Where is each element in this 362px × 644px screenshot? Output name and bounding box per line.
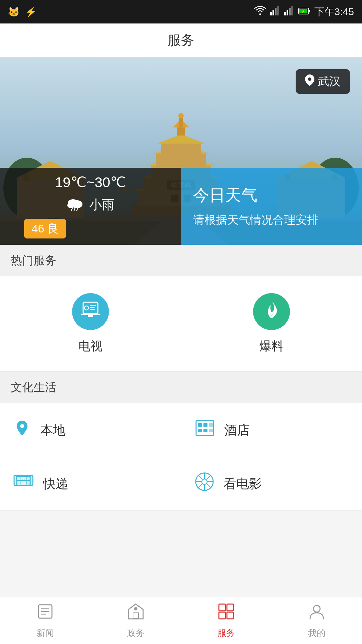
services-nav-icon bbox=[218, 603, 235, 624]
svg-point-96 bbox=[134, 607, 137, 610]
svg-rect-39 bbox=[156, 154, 206, 167]
government-nav-label: 政务 bbox=[127, 627, 144, 639]
explosive-icon-circle bbox=[253, 293, 290, 330]
signal-icon bbox=[270, 6, 280, 18]
android-icon: 🐱 bbox=[8, 6, 20, 17]
signal2-icon bbox=[284, 6, 294, 18]
service-item-tv[interactable]: 电视 bbox=[0, 276, 181, 371]
svg-rect-64 bbox=[90, 309, 95, 310]
svg-rect-6 bbox=[287, 10, 288, 15]
battery-icon: ⚡ bbox=[298, 6, 310, 17]
svg-rect-67 bbox=[196, 421, 214, 435]
svg-rect-97 bbox=[133, 613, 138, 618]
svg-rect-75 bbox=[14, 475, 20, 485]
svg-point-102 bbox=[313, 605, 320, 612]
local-label: 本地 bbox=[40, 422, 66, 439]
culture-section-header: 文化生活 bbox=[0, 372, 362, 403]
svg-rect-68 bbox=[198, 423, 202, 427]
svg-rect-59 bbox=[81, 314, 100, 315]
svg-rect-73 bbox=[209, 429, 213, 432]
svg-line-57 bbox=[77, 208, 78, 211]
svg-rect-43 bbox=[177, 127, 185, 136]
tv-label: 电视 bbox=[78, 338, 103, 355]
nav-item-services[interactable]: 服务 bbox=[181, 597, 272, 644]
svg-rect-8 bbox=[291, 6, 293, 15]
movie-label: 看电影 bbox=[224, 475, 262, 492]
svg-rect-99 bbox=[227, 604, 234, 611]
svg-rect-60 bbox=[88, 315, 93, 317]
svg-text:⚡: ⚡ bbox=[301, 9, 305, 13]
temperature-range: 19℃~30℃ bbox=[12, 174, 169, 191]
svg-line-86 bbox=[198, 475, 202, 479]
government-nav-icon bbox=[127, 603, 144, 624]
culture-row-1: 本地 酒店 bbox=[0, 403, 362, 457]
svg-rect-5 bbox=[284, 12, 286, 15]
svg-rect-7 bbox=[289, 8, 291, 15]
nav-item-profile[interactable]: 我的 bbox=[272, 597, 362, 644]
svg-rect-62 bbox=[90, 305, 96, 306]
culture-item-local[interactable]: 本地 bbox=[0, 403, 181, 457]
svg-line-89 bbox=[198, 484, 202, 488]
location-pin-icon bbox=[305, 74, 314, 89]
status-bar: 🐱 ⚡ bbox=[0, 0, 362, 23]
aqi-badge: 46 良 bbox=[24, 219, 66, 238]
svg-line-87 bbox=[207, 484, 211, 488]
location-badge[interactable]: 武汉 bbox=[296, 69, 350, 94]
status-bar-right: ⚡ 下午3:45 bbox=[254, 5, 354, 19]
svg-rect-100 bbox=[219, 612, 226, 619]
svg-point-61 bbox=[84, 306, 88, 310]
weather-overlay: 19℃~30℃ 小雨 46 良 今日天气 请根据天气情况合理安排 bbox=[0, 168, 362, 245]
culture-item-movie[interactable]: 看电影 bbox=[181, 457, 362, 510]
svg-point-46 bbox=[178, 113, 184, 118]
svg-point-66 bbox=[20, 424, 24, 428]
svg-rect-4 bbox=[277, 6, 279, 15]
weather-right-panel: 今日天气 请根据天气情况合理安排 bbox=[181, 168, 362, 245]
hotel-icon bbox=[195, 419, 215, 441]
svg-rect-41 bbox=[161, 144, 201, 155]
weather-banner: 楼黄鹤 武汉 19℃~30℃ bbox=[0, 57, 362, 245]
svg-rect-70 bbox=[209, 423, 213, 427]
app-header: 服务 bbox=[0, 23, 362, 57]
today-weather-desc: 请根据天气情况合理安排 bbox=[193, 211, 350, 228]
weather-left-panel: 19℃~30℃ 小雨 46 良 bbox=[0, 168, 181, 245]
svg-rect-98 bbox=[219, 604, 226, 611]
explosive-label: 爆料 bbox=[259, 338, 284, 355]
weather-condition-text: 小雨 bbox=[89, 196, 115, 213]
svg-rect-1 bbox=[270, 12, 272, 15]
profile-nav-icon bbox=[308, 603, 325, 624]
time-display: 下午3:45 bbox=[314, 5, 354, 19]
svg-rect-72 bbox=[203, 429, 207, 432]
svg-point-51 bbox=[308, 77, 311, 81]
weather-condition: 小雨 bbox=[12, 196, 169, 214]
tv-icon bbox=[80, 301, 101, 322]
svg-rect-2 bbox=[273, 10, 274, 15]
service-item-explosive[interactable]: 爆料 bbox=[181, 276, 362, 371]
tv-icon-circle bbox=[72, 293, 109, 330]
svg-line-56 bbox=[74, 208, 75, 211]
culture-item-hotel[interactable]: 酒店 bbox=[181, 403, 362, 457]
svg-point-81 bbox=[202, 479, 207, 484]
news-nav-icon bbox=[37, 603, 54, 624]
delivery-icon bbox=[13, 473, 34, 494]
svg-rect-101 bbox=[227, 612, 234, 619]
services-nav-label: 服务 bbox=[218, 627, 235, 639]
delivery-label: 快递 bbox=[43, 475, 68, 492]
wifi-icon bbox=[254, 6, 266, 18]
svg-rect-3 bbox=[275, 8, 277, 15]
svg-marker-94 bbox=[128, 604, 143, 619]
usb-icon: ⚡ bbox=[25, 6, 37, 17]
nav-item-news[interactable]: 新闻 bbox=[0, 597, 90, 644]
page-title: 服务 bbox=[168, 31, 194, 49]
svg-point-54 bbox=[67, 202, 75, 208]
svg-rect-77 bbox=[27, 475, 33, 485]
culture-grid: 本地 酒店 bbox=[0, 403, 362, 511]
hot-services-header: 热门服务 bbox=[0, 245, 362, 276]
culture-row-2: 快递 看电影 bbox=[0, 457, 362, 511]
today-weather-title: 今日天气 bbox=[193, 184, 350, 206]
location-city-name: 武汉 bbox=[318, 74, 341, 89]
nav-item-government[interactable]: 政务 bbox=[90, 597, 181, 644]
cloud-rain-icon bbox=[66, 196, 84, 214]
culture-item-delivery[interactable]: 快递 bbox=[0, 457, 181, 510]
svg-rect-69 bbox=[203, 423, 207, 427]
hotel-label: 酒店 bbox=[224, 422, 250, 439]
